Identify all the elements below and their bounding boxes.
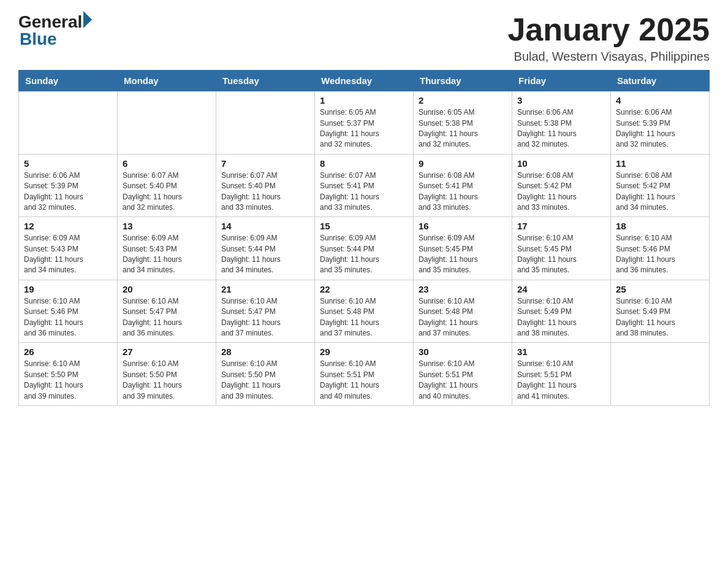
day-info: Sunrise: 6:08 AMSunset: 5:42 PMDaylight:… [616,170,704,213]
weekday-header-friday: Friday [512,71,611,91]
day-number: 9 [419,158,507,169]
page-header: General Blue January 2025 Bulad, Western… [18,12,710,64]
calendar-cell: 17Sunrise: 6:10 AMSunset: 5:45 PMDayligh… [512,217,611,280]
calendar-cell: 30Sunrise: 6:10 AMSunset: 5:51 PMDayligh… [414,343,512,406]
calendar-cell: 19Sunrise: 6:10 AMSunset: 5:46 PMDayligh… [19,280,118,343]
day-info: Sunrise: 6:10 AMSunset: 5:46 PMDaylight:… [616,233,704,276]
calendar-cell: 11Sunrise: 6:08 AMSunset: 5:42 PMDayligh… [611,154,710,217]
day-info: Sunrise: 6:09 AMSunset: 5:45 PMDaylight:… [419,233,507,276]
day-number: 30 [419,347,507,357]
day-info: Sunrise: 6:07 AMSunset: 5:40 PMDaylight:… [123,170,211,213]
calendar-cell: 27Sunrise: 6:10 AMSunset: 5:50 PMDayligh… [118,343,216,406]
calendar-title: January 2025 [507,12,710,47]
day-info: Sunrise: 6:09 AMSunset: 5:43 PMDaylight:… [24,233,112,276]
calendar-cell: 10Sunrise: 6:08 AMSunset: 5:42 PMDayligh… [512,154,611,217]
day-info: Sunrise: 6:10 AMSunset: 5:51 PMDaylight:… [419,359,507,402]
day-info: Sunrise: 6:10 AMSunset: 5:49 PMDaylight:… [517,296,605,339]
day-number: 5 [24,158,112,169]
day-info: Sunrise: 6:08 AMSunset: 5:42 PMDaylight:… [517,170,605,213]
calendar-cell: 26Sunrise: 6:10 AMSunset: 5:50 PMDayligh… [19,343,118,406]
calendar-cell [118,91,216,155]
day-info: Sunrise: 6:10 AMSunset: 5:49 PMDaylight:… [616,296,704,339]
calendar-week-row: 19Sunrise: 6:10 AMSunset: 5:46 PMDayligh… [19,280,710,343]
calendar-cell: 20Sunrise: 6:10 AMSunset: 5:47 PMDayligh… [118,280,216,343]
day-info: Sunrise: 6:10 AMSunset: 5:46 PMDaylight:… [24,296,112,339]
day-number: 20 [123,284,211,294]
calendar-cell: 13Sunrise: 6:09 AMSunset: 5:43 PMDayligh… [118,217,216,280]
day-number: 14 [221,221,309,231]
day-info: Sunrise: 6:06 AMSunset: 5:39 PMDaylight:… [616,107,704,150]
day-info: Sunrise: 6:10 AMSunset: 5:50 PMDaylight:… [123,359,211,402]
calendar-cell: 24Sunrise: 6:10 AMSunset: 5:49 PMDayligh… [512,280,611,343]
calendar-cell: 12Sunrise: 6:09 AMSunset: 5:43 PMDayligh… [19,217,118,280]
day-info: Sunrise: 6:07 AMSunset: 5:41 PMDaylight:… [320,170,408,213]
weekday-header-thursday: Thursday [414,71,512,91]
day-number: 1 [320,95,408,105]
day-number: 4 [616,95,704,105]
day-info: Sunrise: 6:10 AMSunset: 5:45 PMDaylight:… [517,233,605,276]
day-number: 29 [320,347,408,357]
day-number: 18 [616,221,704,231]
day-number: 25 [616,284,704,294]
day-number: 27 [123,347,211,357]
day-number: 3 [517,95,605,105]
day-info: Sunrise: 6:08 AMSunset: 5:41 PMDaylight:… [419,170,507,213]
calendar-cell: 21Sunrise: 6:10 AMSunset: 5:47 PMDayligh… [216,280,315,343]
day-info: Sunrise: 6:10 AMSunset: 5:50 PMDaylight:… [24,359,112,402]
weekday-header-tuesday: Tuesday [216,71,315,91]
day-number: 23 [419,284,507,294]
day-info: Sunrise: 6:10 AMSunset: 5:48 PMDaylight:… [419,296,507,339]
calendar-subtitle: Bulad, Western Visayas, Philippines [507,50,710,64]
logo-blue-text: Blue [20,29,57,49]
day-info: Sunrise: 6:10 AMSunset: 5:48 PMDaylight:… [320,296,408,339]
day-info: Sunrise: 6:06 AMSunset: 5:38 PMDaylight:… [517,107,605,150]
day-number: 24 [517,284,605,294]
day-number: 22 [320,284,408,294]
day-number: 10 [517,158,605,169]
day-info: Sunrise: 6:09 AMSunset: 5:44 PMDaylight:… [221,233,309,276]
calendar-week-row: 26Sunrise: 6:10 AMSunset: 5:50 PMDayligh… [19,343,710,406]
weekday-header-row: SundayMondayTuesdayWednesdayThursdayFrid… [19,71,710,91]
day-info: Sunrise: 6:10 AMSunset: 5:51 PMDaylight:… [517,359,605,402]
day-info: Sunrise: 6:05 AMSunset: 5:38 PMDaylight:… [419,107,507,150]
day-info: Sunrise: 6:09 AMSunset: 5:43 PMDaylight:… [123,233,211,276]
calendar-cell [216,91,315,155]
calendar-cell: 1Sunrise: 6:05 AMSunset: 5:37 PMDaylight… [315,91,414,155]
calendar-cell: 5Sunrise: 6:06 AMSunset: 5:39 PMDaylight… [19,154,118,217]
day-info: Sunrise: 6:09 AMSunset: 5:44 PMDaylight:… [320,233,408,276]
calendar-week-row: 12Sunrise: 6:09 AMSunset: 5:43 PMDayligh… [19,217,710,280]
calendar-cell: 9Sunrise: 6:08 AMSunset: 5:41 PMDaylight… [414,154,512,217]
calendar-table: SundayMondayTuesdayWednesdayThursdayFrid… [18,70,710,406]
weekday-header-wednesday: Wednesday [315,71,414,91]
day-number: 21 [221,284,309,294]
calendar-header: SundayMondayTuesdayWednesdayThursdayFrid… [19,71,710,91]
calendar-cell: 22Sunrise: 6:10 AMSunset: 5:48 PMDayligh… [315,280,414,343]
calendar-cell: 14Sunrise: 6:09 AMSunset: 5:44 PMDayligh… [216,217,315,280]
day-number: 11 [616,158,704,169]
day-number: 15 [320,221,408,231]
calendar-cell: 18Sunrise: 6:10 AMSunset: 5:46 PMDayligh… [611,217,710,280]
day-number: 19 [24,284,112,294]
calendar-cell: 8Sunrise: 6:07 AMSunset: 5:41 PMDaylight… [315,154,414,217]
header-title-block: January 2025 Bulad, Western Visayas, Phi… [507,12,710,64]
calendar-cell [611,343,710,406]
day-number: 2 [419,95,507,105]
calendar-week-row: 1Sunrise: 6:05 AMSunset: 5:37 PMDaylight… [19,91,710,155]
calendar-cell: 31Sunrise: 6:10 AMSunset: 5:51 PMDayligh… [512,343,611,406]
calendar-cell: 4Sunrise: 6:06 AMSunset: 5:39 PMDaylight… [611,91,710,155]
day-number: 12 [24,221,112,231]
weekday-header-saturday: Saturday [611,71,710,91]
day-info: Sunrise: 6:10 AMSunset: 5:50 PMDaylight:… [221,359,309,402]
day-info: Sunrise: 6:10 AMSunset: 5:47 PMDaylight:… [123,296,211,339]
day-info: Sunrise: 6:07 AMSunset: 5:40 PMDaylight:… [221,170,309,213]
day-number: 16 [419,221,507,231]
calendar-cell: 16Sunrise: 6:09 AMSunset: 5:45 PMDayligh… [414,217,512,280]
day-number: 31 [517,347,605,357]
weekday-header-monday: Monday [118,71,216,91]
calendar-cell: 6Sunrise: 6:07 AMSunset: 5:40 PMDaylight… [118,154,216,217]
day-number: 28 [221,347,309,357]
day-number: 6 [123,158,211,169]
day-info: Sunrise: 6:05 AMSunset: 5:37 PMDaylight:… [320,107,408,150]
calendar-cell: 28Sunrise: 6:10 AMSunset: 5:50 PMDayligh… [216,343,315,406]
day-number: 26 [24,347,112,357]
